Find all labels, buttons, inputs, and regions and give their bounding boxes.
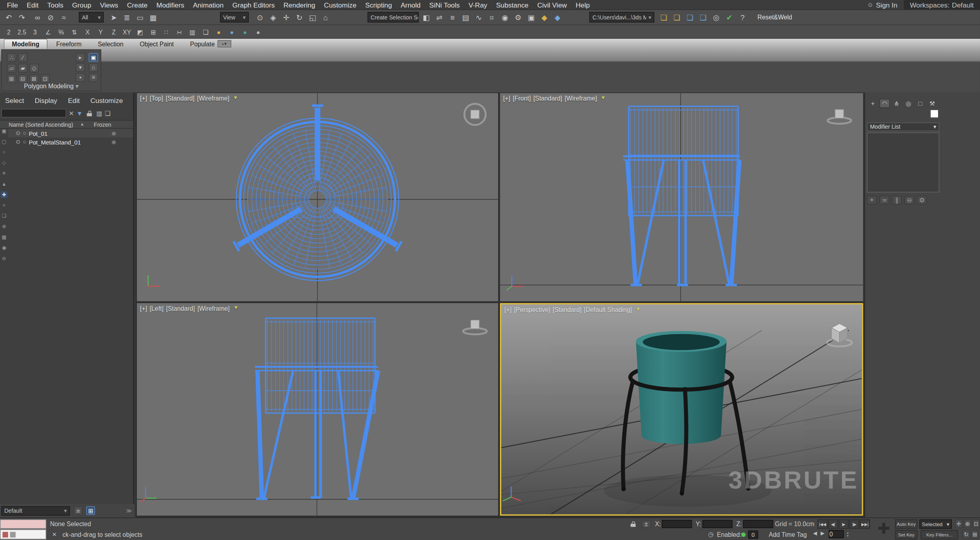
viewport-menu-shading[interactable]: [Wireframe]	[565, 95, 597, 102]
select-and-place-icon[interactable]: ⌂	[319, 11, 332, 24]
pan-view-icon[interactable]: ✛	[955, 519, 963, 528]
edged-faces-icon[interactable]: ◩	[134, 26, 146, 38]
viewport-menu-pov[interactable]: [Front]	[513, 95, 531, 102]
project-path-dropdown[interactable]: C:\Users\davi...\3ds Max 2021 ▾	[590, 12, 654, 23]
key-filters-button[interactable]: Key Filters...	[921, 530, 958, 540]
display-containers-icon[interactable]: ▦	[1, 234, 8, 240]
viewcube[interactable]	[828, 109, 851, 124]
display-tab[interactable]: □	[915, 99, 926, 108]
display-cameras-icon[interactable]: ▲	[1, 181, 8, 187]
selection-filter-dropdown[interactable]: All ▾	[79, 12, 104, 23]
array-icon[interactable]: ∷	[160, 26, 172, 38]
display-xrefs-icon[interactable]: ⊕	[1, 223, 8, 230]
detach-icon[interactable]: ⊡	[41, 74, 50, 83]
scene-layer-d-icon[interactable]: ❏	[697, 11, 709, 24]
edit-poly-mode-icon[interactable]: ▣	[89, 53, 98, 62]
mirror-icon[interactable]: ◧	[420, 11, 433, 24]
viewport-menu-general[interactable]: [+]	[504, 306, 512, 313]
menubar-item[interactable]: Arnold	[396, 1, 425, 8]
frozen-column-header[interactable]: Frozen	[94, 122, 111, 128]
menubar-item[interactable]: Customize	[320, 1, 361, 8]
auto-key-button[interactable]: Auto Key	[895, 519, 917, 529]
spinner-down-icon[interactable]: ▾	[847, 534, 849, 537]
viewport-menu-standard[interactable]: [Standard]	[533, 95, 562, 102]
enabled-value-field[interactable]: 0	[748, 530, 758, 539]
viewport-menu-pov[interactable]: [Perspective]	[514, 306, 550, 313]
select-and-manipulate-icon[interactable]: ◈	[267, 11, 280, 24]
material-c-icon[interactable]: ●	[239, 26, 251, 38]
menubar-item[interactable]: Edit	[22, 1, 43, 8]
scene-explorer-menu[interactable]: Select	[5, 97, 24, 105]
snap-25d-icon[interactable]: 2.5	[15, 26, 28, 38]
rendered-frame-icon[interactable]: ▣	[525, 11, 538, 24]
snap-2d-icon[interactable]: 2	[2, 26, 15, 38]
selection-mode-dropdown[interactable]: Selected ▾	[919, 519, 952, 529]
frozen-toggle-icon[interactable]: ❄	[111, 130, 116, 137]
help-icon[interactable]: ?	[736, 11, 749, 24]
z-coordinate-field[interactable]	[743, 520, 773, 528]
ribbon-config-dropdown[interactable]: ▪ ▾	[218, 40, 231, 48]
search-input[interactable]	[1, 109, 66, 118]
object-name[interactable]: Pot_MetalStand_01	[29, 139, 81, 145]
viewport-menu-pov[interactable]: [Top]	[150, 95, 163, 102]
tab-freeform[interactable]: Freeform	[49, 39, 89, 49]
select-by-name-icon[interactable]: ≣	[121, 11, 133, 24]
display-geometry-icon[interactable]: ○	[1, 149, 8, 156]
top-viewport-canvas[interactable]	[137, 93, 498, 301]
render-setup-icon[interactable]: ⚙	[512, 11, 525, 24]
clear-search-icon[interactable]: ✕	[69, 110, 74, 116]
next-key-button[interactable]: ▶	[821, 530, 825, 536]
maxscript-mini-listener-macro[interactable]	[0, 519, 46, 529]
restrict-y-icon[interactable]: Y	[95, 26, 107, 38]
current-frame-field[interactable]: 0	[829, 530, 844, 538]
viewport-menu-standard[interactable]: [Standard]	[166, 305, 195, 312]
filter-funnel-icon[interactable]: ▼	[76, 110, 83, 116]
absolute-offset-icon[interactable]: ±	[641, 520, 651, 528]
viewport-menu-shading[interactable]: [Default Shading]	[584, 306, 632, 313]
viewcube[interactable]	[464, 104, 486, 125]
menubar-item[interactable]: Civil View	[533, 1, 571, 8]
configure-modifier-sets-icon[interactable]: ⚙	[917, 196, 927, 204]
align-icon[interactable]: ⇌	[433, 11, 446, 24]
viewcube[interactable]	[827, 323, 852, 346]
viewport-menu-general[interactable]: [+]	[503, 95, 510, 102]
material-a-icon[interactable]: ●	[212, 26, 225, 38]
isolate-selection-icon[interactable]: ◎	[710, 11, 723, 24]
eye-icon[interactable]: ⊙	[15, 139, 20, 145]
viewport-menu-standard[interactable]: [Standard]	[166, 95, 195, 102]
viewport-left[interactable]: [+] [Left] [Standard] [Wireframe] ▼	[137, 303, 498, 516]
set-key-button[interactable]: Set Key	[895, 530, 917, 540]
explorer-preset-dropdown[interactable]: Default ▾	[1, 506, 70, 515]
display-lights-icon[interactable]: ☀	[1, 170, 8, 177]
menubar-item[interactable]: Substance	[492, 1, 533, 8]
lock-icon[interactable]	[85, 109, 94, 118]
list-item[interactable]: ⊙ ○ Pot_MetalStand_01 ❄	[8, 137, 133, 146]
undo-icon[interactable]: ↶	[2, 11, 15, 24]
chevrons-icon[interactable]: ≫	[126, 508, 132, 514]
show-end-result-icon[interactable]: ≍	[880, 196, 889, 204]
border-mode-icon[interactable]: ▱	[7, 64, 16, 72]
clone-align-icon[interactable]: ❏	[199, 26, 212, 38]
grid-view-icon[interactable]: ⊞	[86, 506, 95, 515]
viewcube[interactable]	[463, 320, 487, 334]
modify-mode-icon[interactable]: ⌂	[89, 63, 98, 72]
tab-selection[interactable]: Selection	[90, 39, 131, 49]
viewport-front[interactable]: [+] [Front] [Standard] [Wireframe] ▼	[500, 93, 863, 301]
display-all-icon[interactable]: ▣	[1, 127, 8, 134]
snapshot-icon[interactable]: ▥	[186, 26, 199, 38]
spacing-tool-icon[interactable]: ∺	[173, 26, 186, 38]
viewport-menu-shading[interactable]: [Wireframe]	[197, 95, 229, 102]
check-icon[interactable]: ✔	[723, 11, 736, 24]
display-materials-icon[interactable]: ◉	[1, 244, 8, 251]
object-name[interactable]: Pot_01	[29, 130, 48, 137]
menubar-item[interactable]: Graph Editors	[228, 1, 279, 8]
percent-snap-icon[interactable]: %	[55, 26, 68, 38]
remove-modifier-icon[interactable]: ⊖	[904, 196, 914, 204]
go-to-end-button[interactable]: ▶▶|	[860, 519, 870, 529]
hierarchy-tab[interactable]: ⋔	[891, 99, 902, 108]
tab-object-paint[interactable]: Object Paint	[132, 39, 181, 49]
y-coordinate-field[interactable]	[703, 520, 733, 528]
display-helpers-icon[interactable]: ✚	[1, 191, 8, 198]
viewport-menu-pov[interactable]: [Left]	[150, 305, 163, 312]
viewport-menu-shading[interactable]: [Wireframe]	[197, 305, 230, 312]
